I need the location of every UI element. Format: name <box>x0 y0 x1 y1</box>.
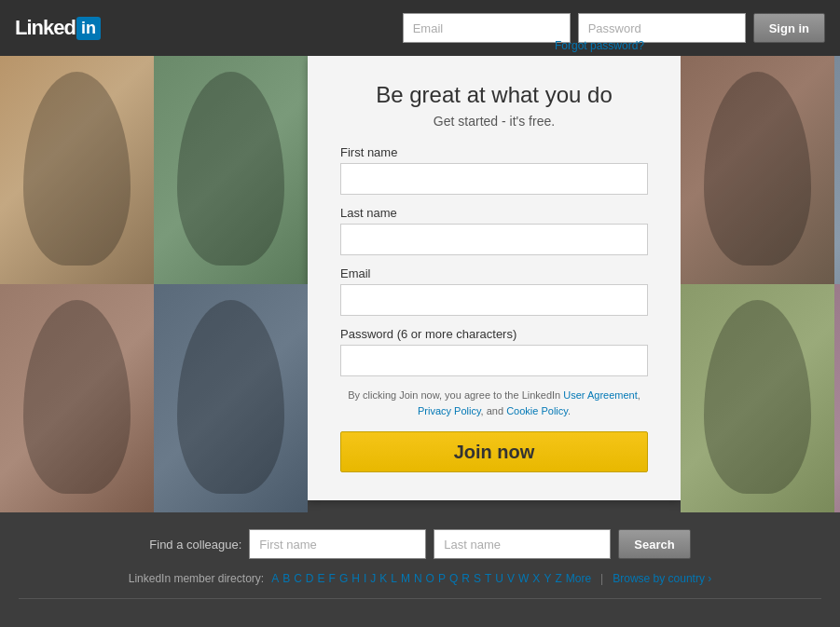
dir-link-A[interactable]: A <box>271 572 279 585</box>
dir-link-D[interactable]: D <box>306 572 314 585</box>
dir-link-W[interactable]: W <box>518 572 529 585</box>
dir-link-J[interactable]: J <box>370 572 376 585</box>
dir-link-E[interactable]: E <box>318 572 325 585</box>
dir-link-K[interactable]: K <box>379 572 387 585</box>
dir-link-T[interactable]: T <box>485 572 491 585</box>
member-directory: LinkedIn member directory: A B C D E F G… <box>0 568 840 589</box>
footer-divider <box>19 598 821 599</box>
browse-label: Browse by country <box>613 572 705 585</box>
photo-cell-1 <box>0 56 154 284</box>
dir-link-U[interactable]: U <box>495 572 503 585</box>
hero: Be great at what you do Get started - it… <box>0 56 840 512</box>
dir-link-I[interactable]: I <box>364 572 366 585</box>
email-group: Email <box>340 266 648 316</box>
dir-link-B[interactable]: B <box>282 572 290 585</box>
first-name-label: First name <box>340 145 648 159</box>
password-group: Password (6 or more characters) <box>340 327 648 376</box>
directory-label: LinkedIn member directory: <box>129 572 264 585</box>
dir-link-S[interactable]: S <box>474 572 481 585</box>
photo-cell-2 <box>154 56 308 284</box>
browse-arrow: › <box>708 572 711 585</box>
signup-title: Be great at what you do <box>340 82 648 108</box>
dir-link-M[interactable]: M <box>401 572 410 585</box>
logo: Linkedin <box>15 16 101 40</box>
signin-button[interactable]: Sign in <box>753 13 825 43</box>
last-name-group: Last name <box>340 206 648 255</box>
dir-link-N[interactable]: N <box>414 572 422 585</box>
terms-period: . <box>568 405 571 416</box>
dir-link-Z[interactable]: Z <box>555 572 561 585</box>
header: Linkedin Sign in Forgot password? <box>0 0 840 56</box>
dir-link-Y[interactable]: Y <box>544 572 551 585</box>
dir-link-O[interactable]: O <box>426 572 434 585</box>
terms-prefix: By clicking Join now, you agree to the L… <box>348 389 563 401</box>
find-colleague-section: Find a colleague: Search <box>0 522 840 568</box>
photo-cell-4 <box>834 56 840 284</box>
photo-cell-3 <box>681 56 834 284</box>
signup-subtitle: Get started - it's free. <box>340 114 648 129</box>
join-now-button[interactable]: Join now <box>340 431 648 472</box>
dir-link-R[interactable]: R <box>461 572 470 585</box>
dir-link-V[interactable]: V <box>507 572 515 585</box>
find-last-name-input[interactable] <box>434 529 611 559</box>
privacy-policy-link[interactable]: Privacy Policy <box>418 405 481 416</box>
dir-separator: | <box>600 572 603 585</box>
signup-card: Be great at what you do Get started - it… <box>308 56 681 500</box>
forgot-password-link[interactable]: Forgot password? <box>555 39 644 52</box>
cookie-policy-link[interactable]: Cookie Policy <box>506 405 568 416</box>
dir-link-X[interactable]: X <box>532 572 540 585</box>
logo-in: in <box>76 17 101 40</box>
last-name-label: Last name <box>340 206 648 220</box>
signup-form-wrapper: Be great at what you do Get started - it… <box>308 56 681 512</box>
email-input[interactable] <box>403 13 571 43</box>
password-label: Password (6 or more characters) <box>340 327 648 341</box>
dir-link-Q[interactable]: Q <box>449 572 458 585</box>
find-first-name-input[interactable] <box>249 529 426 559</box>
photo-cell-7 <box>681 284 834 512</box>
logo-text: Linked <box>15 16 76 40</box>
footer: Find a colleague: Search LinkedIn member… <box>0 512 840 627</box>
signup-email-field[interactable] <box>340 284 648 316</box>
dir-link-F[interactable]: F <box>329 572 336 585</box>
terms-text: By clicking Join now, you agree to the L… <box>340 388 648 418</box>
dir-more-link[interactable]: More <box>566 572 591 585</box>
signup-password-field[interactable] <box>340 345 648 376</box>
last-name-field[interactable] <box>340 224 648 255</box>
dir-link-H[interactable]: H <box>351 572 360 585</box>
find-colleague-label: Find a colleague: <box>149 538 241 552</box>
photo-grid: Be great at what you do Get started - it… <box>0 56 840 512</box>
user-agreement-link[interactable]: User Agreement <box>563 389 637 401</box>
photo-cell-8 <box>834 284 840 512</box>
dir-link-L[interactable]: L <box>391 572 397 585</box>
photo-cell-6 <box>154 284 308 512</box>
terms-and: , and <box>481 405 507 416</box>
photo-cell-5 <box>0 284 154 512</box>
dir-link-P[interactable]: P <box>438 572 446 585</box>
email-label: Email <box>340 266 648 280</box>
first-name-group: First name <box>340 145 648 195</box>
browse-by-country-link[interactable]: Browse by country › <box>613 572 711 585</box>
dir-link-G[interactable]: G <box>339 572 348 585</box>
first-name-field[interactable] <box>340 163 648 195</box>
search-button[interactable]: Search <box>618 529 690 559</box>
dir-link-C[interactable]: C <box>294 572 302 585</box>
terms-comma: , <box>638 389 640 401</box>
